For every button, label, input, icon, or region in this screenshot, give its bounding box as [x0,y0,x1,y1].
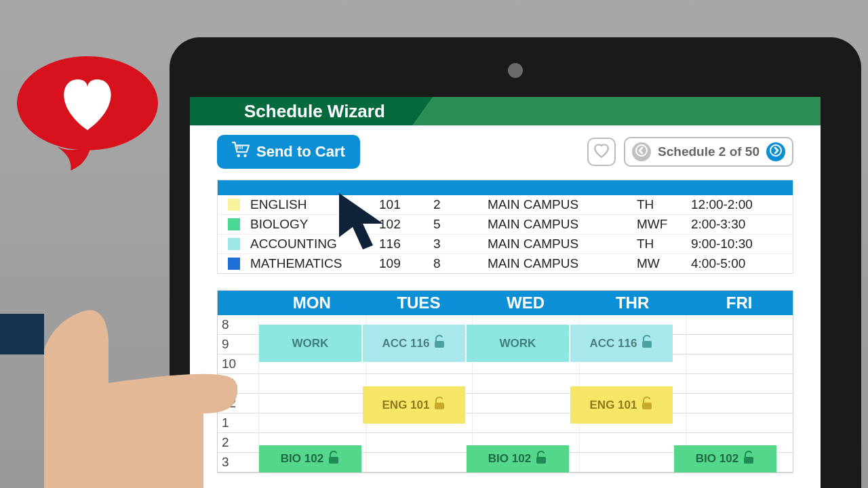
arrow-left-icon [635,144,648,160]
tablet-frame: Schedule Wizard Send to Cart [170,37,861,488]
color-swatch [228,218,240,230]
course-days: TH [637,237,691,251]
course-row[interactable]: ACCOUNTING 116 3 MAIN CAMPUS TH 9:00-10:… [218,235,793,254]
calendar-event-acc[interactable]: ACC 116 [570,325,673,362]
course-credits: 8 [433,256,488,271]
calendar-event-work[interactable]: WORK [467,325,569,362]
app-header: Schedule Wizard [190,97,821,125]
unlock-icon [743,451,755,468]
svg-rect-12 [0,314,44,354]
day-header: FRI [686,293,793,312]
event-label: ACC 116 [590,337,637,350]
toolbar-right: Schedule 2 of 50 [587,137,793,167]
favorite-button[interactable] [587,138,616,166]
calendar-body: 8 9 10 11 12 1 2 3 WORK ACC 116 [218,315,793,472]
course-list-header [218,180,793,195]
send-to-cart-button[interactable]: Send to Cart [217,135,360,169]
course-credits: 3 [433,237,488,251]
next-schedule-button[interactable] [766,142,785,161]
course-time: 12:00-2:00 [691,197,800,212]
camera-dot [508,63,523,78]
unlock-icon [328,451,340,468]
event-label: ACC 116 [382,337,430,350]
prev-schedule-button[interactable] [632,142,651,161]
course-row[interactable]: ENGLISH 101 2 MAIN CAMPUS TH 12:00-2:00 [218,195,793,215]
svg-rect-10 [744,457,753,464]
day-header: TUES [366,293,473,312]
calendar-event-work[interactable]: WORK [259,325,361,362]
pager-label: Schedule 2 of 50 [658,144,760,159]
send-to-cart-label: Send to Cart [256,143,345,161]
calendar-event-acc[interactable]: ACC 116 [363,325,465,362]
course-row[interactable]: MATHEMATICS 109 8 MAIN CAMPUS MW 4:00-5:… [218,254,793,273]
svg-rect-7 [642,403,652,409]
course-time: 2:00-3:30 [691,217,800,232]
day-header: THR [579,293,686,312]
event-label: BIO 102 [281,452,323,466]
svg-point-3 [770,145,781,156]
course-days: TH [637,197,691,212]
color-swatch [228,199,240,211]
color-swatch [228,238,240,250]
event-label: BIO 102 [488,452,531,466]
svg-rect-4 [435,341,444,348]
course-row[interactable]: BIOLOGY 102 5 MAIN CAMPUS MWF 2:00-3:30 [218,215,793,235]
course-credits: 2 [433,197,488,212]
schedule-pager: Schedule 2 of 50 [624,137,793,167]
course-campus: MAIN CAMPUS [488,256,637,271]
event-label: WORK [292,337,329,350]
unlock-icon [433,335,446,352]
header-tab: Schedule Wizard [190,97,412,125]
app-screen: Schedule Wizard Send to Cart [190,97,821,488]
calendar-event-eng[interactable]: ENG 101 [363,386,465,424]
mouse-cursor-icon [336,190,397,254]
svg-point-1 [243,155,246,157]
course-days: MW [637,256,691,271]
calendar-event-bio[interactable]: BIO 102 [467,445,569,472]
day-header: WED [472,293,579,312]
day-header: MON [258,293,366,312]
course-credits: 5 [433,217,488,232]
svg-rect-6 [435,403,444,409]
course-campus: MAIN CAMPUS [488,197,637,212]
cart-icon [232,142,250,162]
event-label: ENG 101 [590,399,637,412]
event-label: BIO 102 [696,452,738,466]
svg-rect-9 [536,457,546,464]
unlock-icon [433,396,446,413]
event-label: ENG 101 [382,399,430,412]
pointing-hand-icon [0,308,237,488]
course-name: MATHEMATICS [250,256,379,271]
svg-rect-5 [642,341,652,348]
svg-point-2 [636,145,647,156]
week-calendar: MON TUES WED THR FRI 8 9 10 11 12 1 2 3 … [217,290,793,473]
page-title: Schedule Wizard [244,101,385,122]
course-campus: MAIN CAMPUS [488,217,637,232]
calendar-header: MON TUES WED THR FRI [218,291,793,315]
event-label: WORK [500,337,536,350]
heart-outline-icon [593,142,610,161]
unlock-icon [641,396,653,413]
svg-point-0 [237,155,240,157]
course-list: ENGLISH 101 2 MAIN CAMPUS TH 12:00-2:00 … [217,180,793,274]
unlock-icon [641,335,653,352]
toolbar: Send to Cart [190,125,821,178]
svg-rect-8 [329,457,338,464]
calendar-event-bio[interactable]: BIO 102 [259,445,361,472]
course-time: 9:00-10:30 [691,237,800,251]
course-campus: MAIN CAMPUS [488,237,637,251]
calendar-event-eng[interactable]: ENG 101 [570,386,673,424]
course-days: MWF [637,217,691,232]
arrow-right-icon [770,144,782,160]
course-number: 109 [379,256,433,271]
unlock-icon [535,451,547,468]
course-time: 4:00-5:00 [691,256,800,271]
color-swatch [228,258,240,270]
heart-speech-bubble-icon [14,53,161,188]
calendar-event-bio[interactable]: BIO 102 [674,445,776,472]
